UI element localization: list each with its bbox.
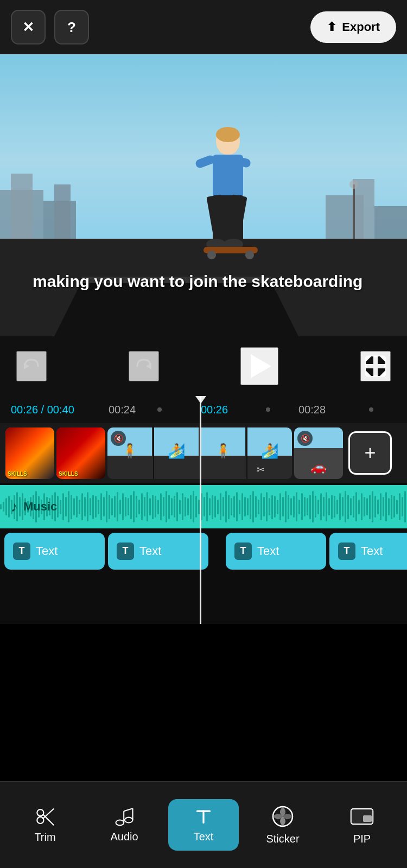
clip-3-mute[interactable]: 🔇	[111, 431, 126, 446]
waveform-bar	[62, 493, 64, 520]
waveform-bar	[163, 497, 164, 516]
clip-4-car[interactable]: 🔇 🚗	[294, 427, 343, 479]
waveform-bar	[117, 492, 118, 521]
svg-rect-46	[351, 809, 373, 824]
waveform-bar	[160, 493, 162, 520]
waveform-bar	[298, 500, 300, 514]
clip-3-skate[interactable]: 🔇 🧍 🏄 🧍 🏄 ✂	[107, 427, 292, 479]
waveform-bar	[393, 496, 395, 518]
timeline-area: 00:26 / 00:40 00:24 00:26 00:28 🔇 SKILLS…	[0, 396, 407, 624]
top-bar-left: ✕ ?	[11, 10, 89, 44]
svg-point-24	[245, 251, 254, 259]
waveform-bar	[122, 493, 124, 520]
waveform-bar	[301, 493, 303, 520]
svg-point-13	[216, 127, 240, 142]
waveform-bar	[185, 497, 186, 516]
undo-button[interactable]	[16, 351, 47, 381]
waveform-bar	[92, 495, 94, 519]
add-clip-button[interactable]: +	[348, 431, 392, 475]
waveform-bar	[317, 500, 319, 514]
clip-4-mute[interactable]: 🔇	[297, 431, 313, 446]
waveform-bar	[81, 493, 83, 520]
waveform-bar	[190, 495, 192, 519]
waveform-bar	[347, 495, 349, 519]
waveform-bar	[293, 496, 295, 518]
waveform-bar	[130, 495, 132, 519]
waveform-bar	[71, 495, 72, 519]
text-clip-1-icon: T	[13, 542, 30, 560]
help-button[interactable]: ?	[54, 10, 89, 44]
waveform-bar	[179, 500, 181, 514]
waveform-bar	[84, 497, 86, 516]
waveform-bar	[68, 491, 69, 523]
tool-sticker[interactable]: Sticker	[247, 797, 318, 853]
svg-point-33	[37, 817, 43, 824]
cut-icon: ✂	[257, 464, 265, 476]
waveform-bar	[336, 500, 338, 514]
export-button[interactable]: ⬆ Export	[310, 11, 396, 43]
waveform-bar	[331, 495, 333, 519]
waveform-bar	[147, 492, 148, 521]
waveform	[0, 485, 407, 528]
text-clip-3[interactable]: T Text	[226, 533, 326, 570]
clip-2[interactable]: SKILLS	[56, 427, 105, 479]
waveform-bar	[274, 496, 276, 518]
tool-trim[interactable]: Trim	[10, 799, 80, 851]
waveform-bar	[369, 495, 371, 519]
waveform-bar	[87, 492, 88, 521]
svg-line-35	[43, 809, 54, 818]
play-button[interactable]	[240, 347, 278, 385]
waveform-bar	[315, 496, 316, 518]
waveform-bar	[57, 496, 59, 518]
waveform-bar	[334, 496, 335, 518]
waveform-bar	[328, 498, 330, 515]
waveform-bar	[342, 497, 344, 516]
waveform-bar	[288, 495, 289, 519]
svg-point-8	[349, 180, 358, 189]
waveform-bar	[312, 491, 314, 523]
waveform-bar	[258, 500, 259, 514]
waveform-bar	[3, 502, 4, 512]
waveform-bar	[290, 498, 292, 515]
tool-audio[interactable]: Audio	[89, 799, 160, 851]
text-clip-1[interactable]: T Text	[4, 533, 105, 570]
waveform-bar	[252, 491, 254, 523]
redo-button[interactable]	[129, 351, 159, 381]
waveform-bar	[385, 492, 387, 521]
svg-point-23	[207, 251, 216, 259]
waveform-bar	[168, 495, 170, 519]
waveform-bar	[402, 497, 403, 516]
tool-text[interactable]: Text	[168, 799, 239, 851]
svg-rect-15	[194, 154, 215, 169]
svg-marker-26	[146, 363, 151, 369]
fullscreen-button[interactable]	[360, 351, 391, 381]
waveform-bar	[79, 500, 80, 514]
waveform-bar	[206, 492, 208, 521]
waveform-bar	[182, 493, 183, 520]
waveform-bar	[220, 493, 221, 520]
text-clip-4[interactable]: T Text	[329, 533, 407, 570]
waveform-bar	[119, 500, 121, 514]
music-label: ♪ Music	[11, 499, 57, 515]
waveform-bar	[366, 498, 368, 515]
waveform-bar	[353, 496, 354, 518]
waveform-bar	[109, 495, 110, 519]
time-marker-28: 00:28	[298, 404, 326, 416]
waveform-bar	[209, 498, 211, 515]
waveform-bar	[111, 498, 113, 515]
waveform-bar	[103, 497, 105, 516]
waveform-bar	[128, 498, 129, 515]
current-time-label: 00:26 / 00:40	[11, 404, 74, 416]
tool-pip[interactable]: PIP	[327, 797, 397, 853]
waveform-bar	[255, 496, 257, 518]
waveform-bar	[296, 492, 297, 521]
pip-icon	[350, 805, 374, 828]
waveform-bar	[212, 495, 213, 519]
clip-1[interactable]: 🔇 SKILLS	[5, 427, 54, 479]
svg-point-36	[116, 820, 124, 826]
waveform-bar	[263, 497, 265, 516]
text-clip-2[interactable]: T Text	[108, 533, 208, 570]
svg-line-40	[124, 808, 132, 811]
music-track[interactable]: ♪ Music	[0, 485, 407, 528]
close-button[interactable]: ✕	[11, 10, 46, 44]
